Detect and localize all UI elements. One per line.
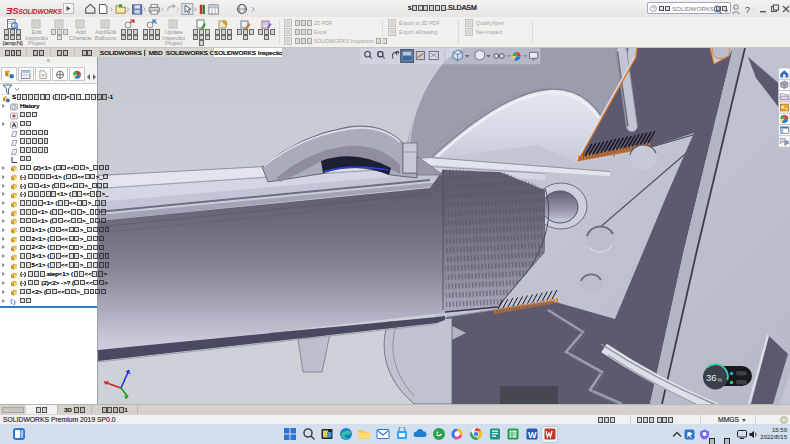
- svg-text:?: ?: [652, 5, 655, 11]
- svg-text:%: %: [718, 377, 723, 383]
- svg-text:?: ?: [745, 5, 750, 15]
- svg-text:W: W: [528, 430, 537, 440]
- svg-text:36: 36: [706, 372, 717, 383]
- svg-text:·: ·: [752, 6, 754, 13]
